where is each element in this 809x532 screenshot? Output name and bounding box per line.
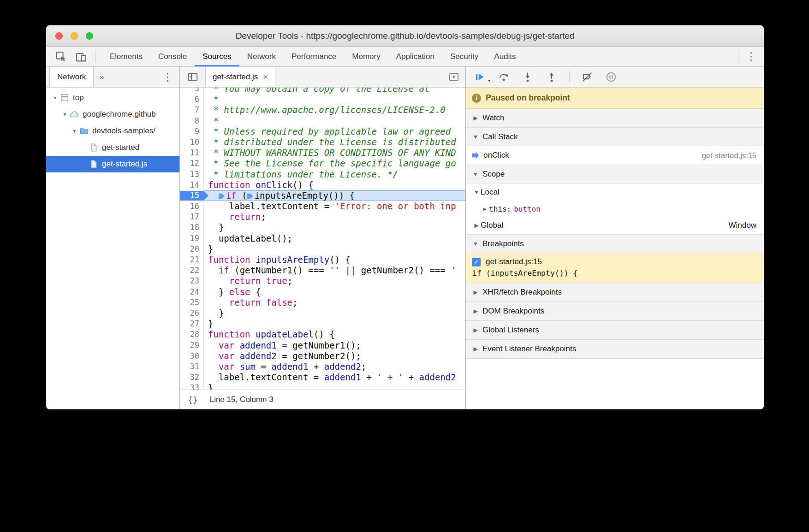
current-frame-icon: [472, 152, 479, 159]
tab-security[interactable]: Security: [442, 47, 486, 66]
open-file-button[interactable]: [442, 67, 465, 87]
navigator-toolbar: Network » ⋮: [46, 67, 179, 88]
dom-breakpoints-section-header[interactable]: ▶DOM Breakpoints: [466, 302, 764, 320]
line-number[interactable]: 10: [180, 137, 204, 148]
line-number[interactable]: 27: [180, 319, 204, 329]
line-number[interactable]: 22: [180, 265, 204, 276]
line-number[interactable]: 16: [180, 201, 204, 212]
line-number[interactable]: 5: [180, 88, 204, 94]
source-editor[interactable]: 5 * You may obtain a copy of the License…: [180, 88, 465, 390]
line-number[interactable]: 29: [180, 340, 204, 351]
chevron-right-icon: ▶: [471, 308, 480, 314]
tree-item-devtools-samples[interactable]: ▾devtools-samples/: [46, 123, 179, 139]
line-number[interactable]: 28: [180, 329, 204, 340]
tab-network[interactable]: Network: [49, 67, 94, 87]
line-number[interactable]: 9: [180, 126, 204, 137]
line-number[interactable]: 31: [180, 361, 204, 372]
tab-network[interactable]: Network: [239, 47, 284, 66]
desktop-background: Developer Tools - https://googlechrome.g…: [0, 0, 809, 532]
more-tabs-icon: [448, 71, 460, 83]
expander-icon[interactable]: ▾: [70, 128, 79, 134]
global-listeners-section-header[interactable]: ▶Global Listeners: [466, 321, 764, 339]
breakpoint-checkbox[interactable]: ✓: [472, 258, 481, 266]
editor-tab-get-started-js[interactable]: get-started.js ×: [206, 67, 275, 87]
tree-item-get-started-js[interactable]: get-started.js: [46, 156, 179, 172]
line-number[interactable]: 24: [180, 287, 204, 297]
tab-sources[interactable]: Sources: [195, 47, 239, 66]
device-toolbar-button[interactable]: [71, 47, 91, 66]
line-number[interactable]: 11: [180, 148, 204, 158]
inspect-button[interactable]: [51, 47, 71, 66]
line-number[interactable]: 18: [180, 222, 204, 233]
line-number[interactable]: 14: [180, 180, 204, 190]
tab-console[interactable]: Console: [150, 47, 195, 66]
breakpoint-line-number[interactable]: 15: [180, 190, 204, 201]
line-number[interactable]: 20: [180, 244, 204, 254]
resume-button[interactable]: ▾: [473, 71, 486, 83]
minimize-button[interactable]: [71, 32, 78, 40]
line-number[interactable]: 23: [180, 276, 204, 286]
line-number[interactable]: 19: [180, 233, 204, 244]
line-number[interactable]: 30: [180, 351, 204, 361]
more-tabs-chevron[interactable]: »: [94, 67, 110, 87]
line-number[interactable]: 12: [180, 158, 204, 169]
line-number[interactable]: 8: [180, 116, 204, 126]
scope-section-header[interactable]: ▼ Scope: [466, 165, 764, 183]
main-menu-button[interactable]: ⋮: [742, 47, 764, 66]
call-stack-frame[interactable]: onClick get-started.js:15: [466, 146, 764, 165]
scope-this-row[interactable]: ▶ this: button: [466, 201, 764, 217]
frame-location: get-started.js:15: [702, 151, 756, 160]
deactivate-breakpoints-button[interactable]: [581, 71, 594, 83]
titlebar[interactable]: Developer Tools - https://googlechrome.g…: [46, 25, 764, 47]
expander-icon[interactable]: ▾: [60, 111, 69, 118]
xhr-fetch-breakpoints-section-header[interactable]: ▶XHR/fetch Breakpoints: [466, 283, 764, 301]
line-number[interactable]: 13: [180, 169, 204, 180]
line-number[interactable]: 32: [180, 372, 204, 383]
line-number[interactable]: 17: [180, 212, 204, 222]
navigator-menu-button[interactable]: ⋮: [159, 67, 179, 87]
code-line-text: }: [204, 308, 465, 319]
main-tabs: ElementsConsoleSourcesNetworkPerformance…: [102, 47, 524, 66]
tree-item-get-started[interactable]: get-started: [46, 139, 179, 156]
line-number[interactable]: 7: [180, 105, 204, 115]
tab-audits[interactable]: Audits: [486, 47, 523, 66]
tree-item-googlechrome-github[interactable]: ▾googlechrome.github: [46, 106, 179, 123]
line-number[interactable]: 33: [180, 383, 204, 390]
navigator-pane: Network » ⋮ ▾top▾googlechrome.github▾dev…: [46, 67, 180, 409]
scope-global-row[interactable]: ▶ Global Window: [466, 217, 764, 234]
watch-section-header[interactable]: ▶ Watch: [466, 109, 764, 127]
pause-on-exceptions-button[interactable]: [605, 71, 618, 83]
line-number[interactable]: 25: [180, 297, 204, 308]
line-number[interactable]: 6: [180, 94, 204, 105]
close-tab-icon[interactable]: ×: [263, 72, 268, 82]
step-over-button[interactable]: [497, 71, 510, 83]
zoom-button[interactable]: [86, 32, 93, 40]
chevron-down-icon: ▼: [471, 171, 480, 177]
editor-pane: get-started.js × 5 * You may obtain a co…: [180, 67, 466, 409]
step-out-button[interactable]: [545, 71, 558, 83]
breakpoints-section-header[interactable]: ▼ Breakpoints: [466, 235, 764, 253]
code-line: 25 return false;: [180, 297, 465, 308]
line-number[interactable]: 26: [180, 308, 204, 319]
code-line: 33}: [180, 383, 465, 390]
close-button[interactable]: [55, 32, 63, 40]
pretty-print-icon[interactable]: {}: [188, 395, 198, 405]
call-stack-section-header[interactable]: ▼ Call Stack: [466, 128, 764, 146]
line-number[interactable]: 21: [180, 254, 204, 265]
step-into-button[interactable]: [521, 71, 534, 83]
code-line-text: * Unless required by applicable law or a…: [204, 126, 465, 137]
event-listener-breakpoints-section-header[interactable]: ▶Event Listener Breakpoints: [466, 340, 764, 358]
navigator-toggle-button[interactable]: [180, 67, 206, 87]
tree-item-top[interactable]: ▾top: [46, 89, 179, 106]
code-line-text: * distributed under the License is distr…: [204, 137, 465, 148]
tree-item-label: top: [73, 93, 84, 102]
section-global-listeners: ▶Global Listeners: [466, 321, 764, 340]
tab-application[interactable]: Application: [388, 47, 442, 66]
tab-elements[interactable]: Elements: [102, 47, 150, 66]
breakpoint-entry[interactable]: ✓ get-started.js:15 if (inputsAreEmpty()…: [466, 253, 764, 283]
expander-icon[interactable]: ▾: [51, 95, 59, 101]
tab-memory[interactable]: Memory: [344, 47, 388, 66]
tab-performance[interactable]: Performance: [284, 47, 344, 66]
section-call-stack: ▼ Call Stack onClick get-started.js:15: [466, 128, 764, 165]
scope-local-row[interactable]: ▼ Local: [466, 183, 764, 201]
